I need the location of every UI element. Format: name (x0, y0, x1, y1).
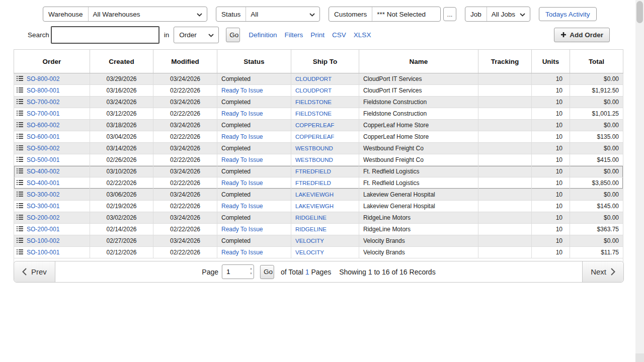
order-link[interactable]: SO-400-001 (27, 179, 59, 187)
status-cell[interactable]: Ready To Issue (217, 131, 291, 143)
row-menu-icon[interactable] (17, 75, 23, 81)
shipto-link[interactable]: FTREDFIELD (291, 177, 359, 189)
row-menu-icon[interactable] (17, 87, 23, 93)
column-header-status[interactable]: Status (217, 50, 291, 73)
order-link[interactable]: SO-400-002 (27, 168, 59, 175)
order-link[interactable]: SO-200-002 (27, 214, 59, 221)
shipto-link[interactable]: WESTBOUND (291, 154, 359, 166)
column-header-created[interactable]: Created (90, 50, 153, 73)
customers-filter: Customers *** Not Selected ... (329, 7, 456, 22)
modified-cell: 02/22/2026 (153, 247, 217, 258)
row-menu-icon[interactable] (17, 214, 23, 220)
shipto-link[interactable]: CLOUDPORT (291, 73, 359, 85)
order-link[interactable]: SO-300-001 (27, 203, 59, 210)
prev-button[interactable]: Prev (14, 261, 55, 282)
search-field-select[interactable]: Order (174, 27, 219, 43)
row-menu-icon[interactable] (17, 226, 23, 232)
row-menu-icon[interactable] (17, 179, 23, 186)
column-header-order[interactable]: Order (14, 50, 90, 73)
customers-select[interactable]: Customers *** Not Selected (329, 7, 441, 22)
shipto-link[interactable]: CLOUDPORT (291, 85, 359, 97)
warehouse-select[interactable]: Warehouse All Warehouses (43, 7, 207, 22)
row-menu-icon[interactable] (17, 203, 23, 209)
status-cell[interactable]: Ready To Issue (217, 224, 291, 235)
order-link[interactable]: SO-100-001 (27, 249, 59, 256)
order-link[interactable]: SO-500-002 (27, 145, 59, 152)
status-select[interactable]: Status All (216, 7, 320, 22)
next-button[interactable]: Next (582, 261, 623, 282)
units-cell: 10 (532, 201, 570, 212)
order-link[interactable]: SO-800-001 (27, 87, 59, 94)
shipto-link[interactable]: VELOCITY (291, 247, 359, 258)
csv-link[interactable]: CSV (332, 31, 346, 39)
order-link[interactable]: SO-500-001 (27, 156, 59, 163)
status-cell[interactable]: Ready To Issue (217, 201, 291, 212)
order-link[interactable]: SO-100-002 (27, 237, 59, 244)
shipto-link[interactable]: FTREDFIELD (291, 166, 359, 177)
scrollbar-thumb[interactable] (636, 1, 643, 23)
chevron-right-icon (611, 268, 615, 276)
add-order-button[interactable]: Add Order (554, 28, 610, 42)
column-header-total[interactable]: Total (570, 50, 623, 73)
row-menu-icon[interactable] (17, 156, 23, 162)
order-link[interactable]: SO-700-002 (27, 99, 59, 106)
print-link[interactable]: Print (310, 31, 325, 39)
column-header-modified[interactable]: Modified (153, 50, 217, 73)
status-cell[interactable]: Ready To Issue (217, 247, 291, 258)
shipto-link[interactable]: COPPERLEAF (291, 131, 359, 143)
customers-browse-button[interactable]: ... (443, 7, 456, 21)
todays-activity-button[interactable]: Todays Activity (539, 7, 597, 21)
filters-link[interactable]: Filters (285, 31, 303, 39)
column-header-units[interactable]: Units (532, 50, 570, 73)
row-menu-icon[interactable] (17, 99, 23, 105)
status-cell[interactable]: Ready To Issue (217, 177, 291, 189)
xlsx-link[interactable]: XLSX (354, 31, 371, 39)
search-input[interactable] (51, 26, 159, 44)
spinner-up-icon[interactable]: ▲ (250, 266, 253, 271)
row-menu-icon[interactable] (17, 249, 23, 255)
row-menu-icon[interactable] (17, 145, 23, 151)
shipto-link[interactable]: WESTBOUND (291, 143, 359, 154)
order-cell: SO-200-002 (14, 212, 90, 224)
name-cell: RidgeLine Motors (359, 224, 478, 235)
shipto-link[interactable]: FIELDSTONE (291, 97, 359, 108)
column-header-name[interactable]: Name (359, 50, 478, 73)
next-label: Next (591, 267, 606, 276)
row-menu-icon[interactable] (17, 133, 23, 139)
created-cell: 02/22/2026 (90, 177, 153, 189)
total-pages-link[interactable]: 1 (305, 268, 309, 276)
shipto-link[interactable]: FIELDSTONE (291, 108, 359, 120)
row-menu-icon[interactable] (17, 110, 23, 116)
row-menu-icon[interactable] (17, 122, 23, 128)
status-cell[interactable]: Ready To Issue (217, 154, 291, 166)
search-go-button[interactable]: Go (226, 28, 240, 42)
column-header-shipto[interactable]: Ship To (291, 50, 359, 73)
shipto-link[interactable]: VELOCITY (291, 235, 359, 247)
order-cell: SO-800-001 (14, 85, 90, 97)
order-link[interactable]: SO-200-001 (27, 226, 59, 233)
row-menu-icon[interactable] (17, 237, 23, 243)
shipto-link[interactable]: COPPERLEAF (291, 120, 359, 131)
page-go-button[interactable]: Go (260, 265, 274, 279)
order-link[interactable]: SO-700-001 (27, 110, 59, 117)
row-menu-icon[interactable] (17, 191, 23, 197)
order-link[interactable]: SO-800-002 (27, 75, 59, 82)
spinner-down-icon[interactable]: ▼ (250, 271, 253, 276)
column-header-tracking[interactable]: Tracking (478, 50, 532, 73)
shipto-link[interactable]: RIDGELINE (291, 224, 359, 235)
search-bar: Search in Order Go Definition Filters Pr… (0, 26, 644, 43)
job-select[interactable]: Job All Jobs (465, 7, 530, 22)
status-cell[interactable]: Ready To Issue (217, 108, 291, 120)
status-cell[interactable]: Ready To Issue (217, 85, 291, 97)
shipto-link[interactable]: LAKEVIEWGH (291, 189, 359, 201)
order-cell: SO-800-002 (14, 73, 90, 85)
order-link[interactable]: SO-600-002 (27, 122, 59, 129)
definition-link[interactable]: Definition (249, 31, 277, 39)
order-link[interactable]: SO-300-002 (27, 191, 59, 198)
modified-cell: 03/24/2026 (153, 212, 217, 224)
shipto-link[interactable]: LAKEVIEWGH (291, 201, 359, 212)
vertical-scrollbar[interactable] (635, 0, 644, 362)
order-link[interactable]: SO-600-001 (27, 133, 59, 140)
shipto-link[interactable]: RIDGELINE (291, 212, 359, 224)
row-menu-icon[interactable] (17, 168, 23, 174)
